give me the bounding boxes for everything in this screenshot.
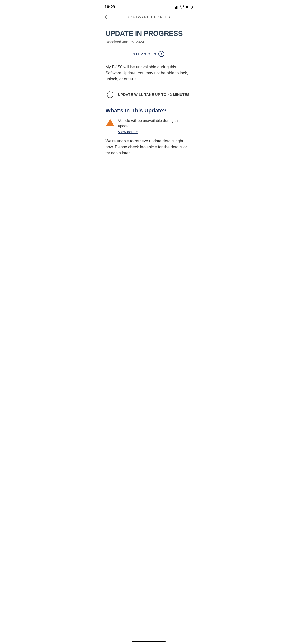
- update-description: My F-150 will be unavailable during this…: [106, 64, 192, 82]
- update-time-row: UPDATE WILL TAKE UP TO 42 MINUTES: [106, 90, 192, 99]
- update-title: UPDATE IN PROGRESS: [106, 29, 192, 38]
- retrieve-error-text: We're unable to retrieve update details …: [106, 138, 192, 156]
- nav-title: SOFTWARE UPDATES: [127, 15, 170, 19]
- whats-in-update-title: What's In This Update?: [106, 107, 192, 114]
- wifi-icon: [180, 5, 184, 9]
- info-icon[interactable]: i: [158, 51, 164, 57]
- update-time-text: UPDATE WILL TAKE UP TO 42 MINUTES: [118, 93, 190, 97]
- step-text: STEP 3 OF 3: [133, 52, 156, 56]
- warning-main-text: Vehicle will be unavailable during this …: [118, 118, 192, 128]
- warning-row: ! Vehicle will be unavailable during thi…: [106, 118, 192, 134]
- step-indicator: STEP 3 OF 3 i: [106, 51, 192, 57]
- signal-icon: [174, 5, 178, 9]
- refresh-icon: [106, 90, 115, 99]
- status-icons: [174, 5, 193, 9]
- main-content: UPDATE IN PROGRESS Received Jan 26, 2024…: [100, 22, 198, 166]
- battery-icon: [186, 6, 193, 9]
- back-button[interactable]: [105, 15, 108, 20]
- status-time: 10:29: [105, 5, 115, 10]
- svg-text:!: !: [109, 121, 111, 125]
- nav-header: SOFTWARE UPDATES: [100, 13, 198, 22]
- warning-text-block: Vehicle will be unavailable during this …: [118, 118, 192, 134]
- warning-icon: !: [106, 118, 115, 126]
- received-date: Received Jan 26, 2024: [106, 40, 192, 44]
- view-details-link[interactable]: View details: [118, 130, 138, 134]
- status-bar: 10:29: [100, 0, 198, 13]
